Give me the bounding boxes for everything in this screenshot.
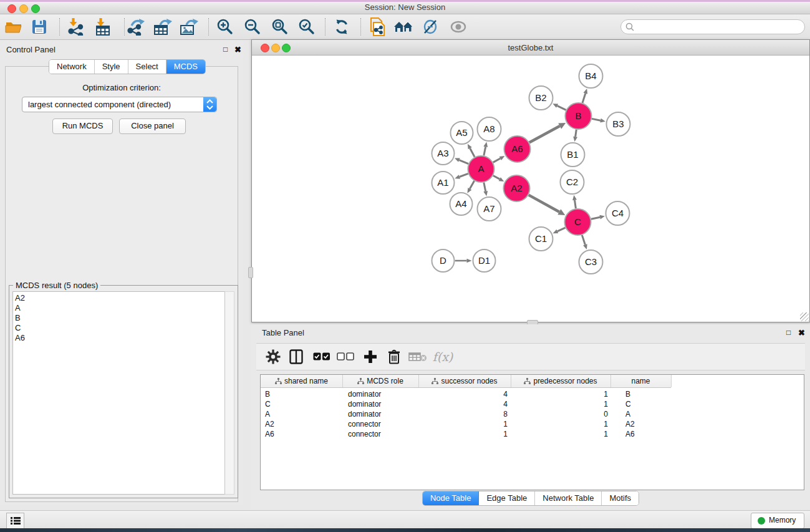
result-list-item[interactable]: A [15,303,225,313]
delete-column-icon[interactable] [383,346,405,367]
network-graph[interactable]: B4B2BB3A5A8A6A3B1AA1C2A2A4A7C4CC1C3DD1 [253,56,809,321]
search-input[interactable] [637,21,799,33]
float-panel-icon[interactable]: □ [223,45,228,54]
column-header-MCDS-role[interactable]: MCDS role [342,375,419,387]
network-window-titlebar[interactable]: testGlobe.txt [252,40,809,56]
graph-node-label: A6 [511,143,523,154]
edge-A-A2[interactable] [493,176,499,180]
edge-B-B4[interactable] [582,94,586,103]
graph-node-label: A1 [437,177,448,188]
import-network-icon[interactable] [64,16,87,37]
table-cell: connector [342,429,418,439]
table-cell: 1 [511,419,610,429]
tab-motifs[interactable]: Motifs [602,491,639,505]
select-all-icon[interactable] [311,346,332,367]
close-table-panel-icon[interactable]: ✖ [798,328,805,337]
table-cell: 1 [511,389,610,399]
edge-C-C4[interactable] [591,217,600,219]
clone-network-icon[interactable] [366,16,388,37]
zoom-out-icon[interactable] [241,16,264,37]
tab-network-table[interactable]: Network Table [535,491,602,505]
edge-A2-C[interactable] [529,195,559,212]
result-list-item[interactable]: C [15,323,225,333]
graph-node-label: A7 [483,203,494,214]
edge-A-A7[interactable] [484,183,486,191]
export-image-icon[interactable] [178,16,200,37]
table-cell: A6 [610,429,671,439]
search-field[interactable] [620,19,805,34]
zoom-selected-icon[interactable] [296,16,318,37]
tab-network[interactable]: Network [49,60,95,74]
zoom-fit-icon[interactable] [269,16,291,37]
close-panel-icon[interactable]: ✖ [234,45,241,54]
export-network-icon[interactable] [125,16,148,37]
home-icon[interactable] [392,16,415,37]
tab-select[interactable]: Select [128,60,166,74]
edge-C-C3[interactable] [582,235,585,245]
edge-arrow-icon [573,137,577,142]
node-table[interactable]: shared nameMCDS rolesuccessor nodesprede… [260,374,804,490]
vertical-divider-handle[interactable] [248,267,253,278]
run-mcds-button[interactable]: Run MCDS [52,118,113,134]
memory-button[interactable]: Memory [751,513,804,529]
table-cell: A6 [261,429,342,439]
tab-mcds[interactable]: MCDS [166,60,205,74]
window-resize-grip[interactable] [800,312,809,321]
graph-node-label: B4 [585,70,596,81]
delete-table-icon[interactable] [407,346,428,367]
column-header-successor-nodes[interactable]: successor nodes [418,375,511,387]
result-list-item[interactable]: A6 [15,333,225,343]
split-columns-icon[interactable] [286,346,307,367]
edge-A-A8[interactable] [484,147,486,155]
table-cell: dominator [342,409,418,419]
edge-B-B3[interactable] [592,118,600,120]
tab-node-table[interactable]: Node Table [423,491,480,505]
memory-status-icon [758,517,765,525]
edge-B-B2[interactable] [557,106,566,110]
export-table-icon[interactable] [152,16,174,37]
toolbar-separator [325,18,325,36]
edge-C-C2[interactable] [575,200,576,208]
import-table-icon[interactable] [92,16,114,37]
edge-A-A1[interactable] [460,173,468,177]
graph-node-label: B [575,110,581,121]
hide-details-icon[interactable] [419,16,441,37]
close-panel-button[interactable]: Close panel [119,118,186,134]
result-list-item[interactable]: A2 [15,293,225,303]
table-cell: A2 [261,419,342,429]
add-column-icon[interactable] [360,346,381,367]
hierarchy-icon [432,378,438,385]
gear-icon[interactable] [263,346,284,367]
column-header-name[interactable]: name [610,375,672,387]
edge-A6-B[interactable] [529,126,560,142]
float-table-panel-icon[interactable]: □ [786,328,791,337]
refresh-icon[interactable] [330,16,353,37]
task-history-button[interactable] [6,513,24,529]
tab-edge-table[interactable]: Edge Table [479,491,535,505]
session-title: Session: New Session [0,2,810,12]
deselect-all-icon[interactable] [335,346,356,367]
edge-A-A4[interactable] [470,181,474,189]
column-header-predecessor-nodes[interactable]: predecessor nodes [511,375,611,387]
graph-node-label: A [478,163,484,174]
tab-style[interactable]: Style [95,60,128,74]
eye-icon[interactable] [447,16,470,37]
edge-A-A3[interactable] [459,160,468,164]
result-scrollbar[interactable] [224,291,234,495]
save-session-icon[interactable] [28,16,51,37]
function-builder-icon[interactable]: f(x) [432,346,453,367]
graph-node-label: D1 [478,255,490,266]
table-cell: 1 [511,429,610,439]
edge-C-C1[interactable] [557,228,566,231]
criterion-select[interactable]: largest connected component (directed) [22,97,217,112]
table-cell: 0 [511,409,610,419]
column-header-shared-name[interactable]: shared name [261,375,343,387]
network-canvas[interactable]: B4B2BB3A5A8A6A3B1AA1C2A2A4A7C4CC1C3DD1 [253,56,809,321]
edge-A-A5[interactable] [470,148,475,157]
edge-B-B1[interactable] [576,130,577,137]
zoom-in-icon[interactable] [214,16,236,37]
result-list-item[interactable]: B [15,313,225,323]
open-session-icon[interactable] [2,16,25,37]
edge-arrow-icon [467,259,472,263]
edge-A-A6[interactable] [493,158,501,162]
